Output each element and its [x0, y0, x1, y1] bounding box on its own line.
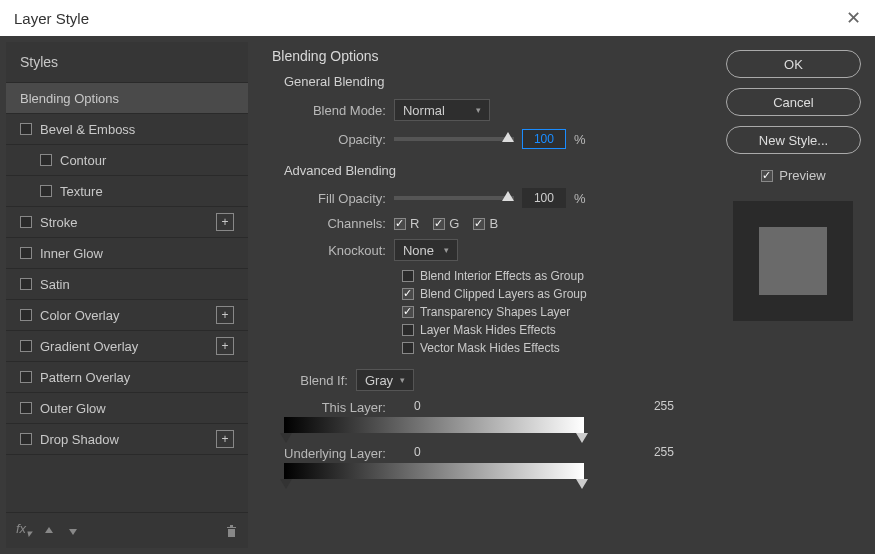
- style-checkbox[interactable]: [20, 371, 32, 383]
- underlying-layer-label: Underlying Layer:: [284, 446, 386, 461]
- ok-button[interactable]: OK: [726, 50, 861, 78]
- blendif-dropdown[interactable]: Gray ▾: [356, 369, 414, 391]
- preview-box: [733, 201, 853, 321]
- style-checkbox[interactable]: [20, 216, 32, 228]
- sidebar-item-label: Bevel & Emboss: [40, 122, 135, 137]
- arrow-up-icon[interactable]: [43, 525, 55, 537]
- styles-sidebar: Styles Blending OptionsBevel & EmbossCon…: [6, 42, 248, 548]
- titlebar: Layer Style ✕: [0, 0, 875, 36]
- main-panel: Blending Options General Blending Blend …: [254, 42, 712, 548]
- plus-icon[interactable]: +: [216, 337, 234, 355]
- chevron-down-icon: ▾: [400, 375, 405, 385]
- this-layer-label: This Layer:: [284, 400, 386, 415]
- sidebar-item-label: Contour: [60, 153, 106, 168]
- trash-icon[interactable]: [225, 524, 238, 538]
- transparency-shapes-checkbox[interactable]: [402, 306, 414, 318]
- knockout-dropdown[interactable]: None ▾: [394, 239, 458, 261]
- layer-mask-hides-checkbox[interactable]: [402, 324, 414, 336]
- sidebar-item-label: Color Overlay: [40, 308, 119, 323]
- sidebar-item-gradient-overlay[interactable]: Gradient Overlay+: [6, 331, 248, 362]
- blend-interior-checkbox[interactable]: [402, 270, 414, 282]
- style-checkbox[interactable]: [40, 154, 52, 166]
- sidebar-item-texture[interactable]: Texture: [6, 176, 248, 207]
- sidebar-header: Styles: [6, 42, 248, 83]
- chevron-down-icon: ▾: [476, 105, 481, 115]
- close-icon[interactable]: ✕: [846, 7, 861, 29]
- sidebar-bottom-bar: fx▾: [6, 512, 248, 548]
- new-style-button[interactable]: New Style...: [726, 126, 861, 154]
- plus-icon[interactable]: +: [216, 430, 234, 448]
- opacity-label: Opacity:: [284, 132, 386, 147]
- fx-icon[interactable]: fx▾: [16, 521, 31, 540]
- blendif-section: Blend If: Gray ▾ This Layer: 0255 Underl…: [284, 369, 694, 479]
- channel-b-checkbox[interactable]: [473, 218, 485, 230]
- sidebar-item-inner-glow[interactable]: Inner Glow: [6, 238, 248, 269]
- sidebar-item-label: Satin: [40, 277, 70, 292]
- fill-opacity-slider[interactable]: [394, 196, 514, 200]
- right-panel: OK Cancel New Style... Preview: [718, 42, 869, 548]
- this-layer-slider[interactable]: [284, 417, 584, 433]
- style-checkbox[interactable]: [20, 247, 32, 259]
- sidebar-item-outer-glow[interactable]: Outer Glow: [6, 393, 248, 424]
- layer-style-dialog: Layer Style ✕ Styles Blending OptionsBev…: [0, 0, 875, 554]
- style-checkbox[interactable]: [20, 278, 32, 290]
- opacity-input[interactable]: [522, 129, 566, 149]
- channel-r-checkbox[interactable]: [394, 218, 406, 230]
- cancel-button[interactable]: Cancel: [726, 88, 861, 116]
- style-checkbox[interactable]: [20, 433, 32, 445]
- advanced-blending-section: Advanced Blending Fill Opacity: % Channe…: [284, 163, 694, 355]
- preview-label: Preview: [779, 168, 825, 183]
- style-checkbox[interactable]: [20, 402, 32, 414]
- fill-opacity-input[interactable]: [522, 188, 566, 208]
- sidebar-item-satin[interactable]: Satin: [6, 269, 248, 300]
- sidebar-item-label: Inner Glow: [40, 246, 103, 261]
- sidebar-item-label: Pattern Overlay: [40, 370, 130, 385]
- channel-g-checkbox[interactable]: [433, 218, 445, 230]
- sidebar-item-label: Drop Shadow: [40, 432, 119, 447]
- sidebar-item-blending-options[interactable]: Blending Options: [6, 83, 248, 114]
- blend-clipped-checkbox[interactable]: [402, 288, 414, 300]
- sidebar-item-stroke[interactable]: Stroke+: [6, 207, 248, 238]
- opacity-slider[interactable]: [394, 137, 514, 141]
- advanced-title: Advanced Blending: [284, 163, 694, 178]
- style-checkbox[interactable]: [20, 309, 32, 321]
- blend-mode-dropdown[interactable]: Normal ▾: [394, 99, 490, 121]
- sidebar-item-contour[interactable]: Contour: [6, 145, 248, 176]
- blendif-label: Blend If:: [272, 373, 348, 388]
- chevron-down-icon: ▾: [444, 245, 449, 255]
- general-blending-section: General Blending Blend Mode: Normal ▾ Op…: [284, 74, 694, 149]
- blend-mode-label: Blend Mode:: [284, 103, 386, 118]
- sidebar-item-label: Gradient Overlay: [40, 339, 138, 354]
- style-checkbox[interactable]: [20, 340, 32, 352]
- knockout-label: Knockout:: [284, 243, 386, 258]
- preview-checkbox[interactable]: [761, 170, 773, 182]
- underlying-layer-slider[interactable]: [284, 463, 584, 479]
- channels-label: Channels:: [284, 216, 386, 231]
- vector-mask-hides-checkbox[interactable]: [402, 342, 414, 354]
- plus-icon[interactable]: +: [216, 213, 234, 231]
- sidebar-item-label: Blending Options: [20, 91, 119, 106]
- sidebar-item-label: Stroke: [40, 215, 78, 230]
- arrow-down-icon[interactable]: [67, 525, 79, 537]
- dialog-title: Layer Style: [14, 10, 89, 27]
- main-title: Blending Options: [272, 48, 694, 64]
- style-checkbox[interactable]: [40, 185, 52, 197]
- fill-opacity-label: Fill Opacity:: [284, 191, 386, 206]
- plus-icon[interactable]: +: [216, 306, 234, 324]
- sidebar-item-drop-shadow[interactable]: Drop Shadow+: [6, 424, 248, 455]
- sidebar-item-bevel-emboss[interactable]: Bevel & Emboss: [6, 114, 248, 145]
- general-title: General Blending: [284, 74, 694, 89]
- sidebar-item-pattern-overlay[interactable]: Pattern Overlay: [6, 362, 248, 393]
- sidebar-item-label: Outer Glow: [40, 401, 106, 416]
- style-list: Blending OptionsBevel & EmbossContourTex…: [6, 83, 248, 512]
- sidebar-item-label: Texture: [60, 184, 103, 199]
- sidebar-item-color-overlay[interactable]: Color Overlay+: [6, 300, 248, 331]
- preview-swatch: [759, 227, 827, 295]
- style-checkbox[interactable]: [20, 123, 32, 135]
